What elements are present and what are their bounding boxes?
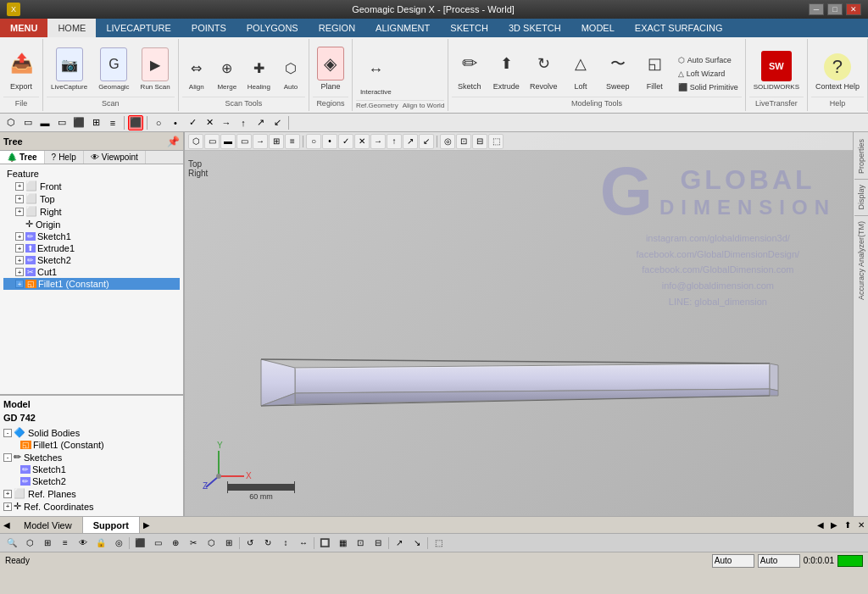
- maximize-button[interactable]: □: [827, 3, 843, 15]
- menu-tab-exact-surfacing[interactable]: EXACT SURFACING: [625, 19, 733, 37]
- btm-btn16[interactable]: ↕: [277, 536, 294, 551]
- vp-arr-btn[interactable]: →: [253, 134, 268, 149]
- model-fillet1[interactable]: ◱ Fillet1 (Constant): [3, 439, 180, 451]
- model-ref-planes[interactable]: + ⬜ Ref. Planes: [3, 487, 180, 500]
- tree-item-top[interactable]: + ⬜ Top: [3, 192, 180, 205]
- expand-solid-bodies[interactable]: -: [3, 429, 12, 437]
- model-solid-bodies[interactable]: - 🔷 Solid Bodies: [3, 426, 180, 439]
- menu-tab-home[interactable]: HOME: [47, 19, 96, 37]
- vp-arr4-btn[interactable]: ↗: [403, 134, 418, 149]
- expand-top[interactable]: +: [15, 195, 24, 203]
- tab-viewpoint[interactable]: 👁 Viewpoint: [84, 151, 146, 164]
- solidworks-button[interactable]: SW SOLIDWORKS: [749, 48, 804, 93]
- expand-sketch2[interactable]: +: [15, 256, 24, 264]
- auto-segment-button[interactable]: ⬡ Auto: [276, 52, 305, 93]
- align-between-button[interactable]: ⇔ Align: [182, 52, 211, 93]
- expand-extrude1[interactable]: +: [15, 244, 24, 253]
- cmd-rect3-btn[interactable]: ▭: [54, 115, 70, 130]
- fillet-button[interactable]: ◱ Fillet: [637, 44, 672, 93]
- expand-sketches[interactable]: -: [3, 453, 12, 462]
- menu-tab-sketch[interactable]: SKETCH: [440, 19, 498, 37]
- plane-button[interactable]: ◈ Plane: [313, 44, 348, 93]
- tree-item-front[interactable]: + ⬜ Front: [3, 180, 180, 192]
- btm-btn13[interactable]: ⊞: [220, 536, 237, 551]
- bottom-nav-right[interactable]: ▶: [140, 517, 153, 533]
- btm-btn23[interactable]: ↘: [409, 536, 426, 551]
- cmd-sq-btn[interactable]: ⬛: [71, 115, 86, 130]
- menu-tab-polygons[interactable]: POLYGONS: [236, 19, 309, 37]
- btm-btn14[interactable]: ↺: [242, 536, 259, 551]
- cmd-arrow2-btn[interactable]: ↑: [236, 115, 251, 130]
- extrude-button[interactable]: ⬆ Extrude: [489, 44, 524, 93]
- revolve-button[interactable]: ↻ Revolve: [526, 44, 561, 93]
- cmd-circle-btn[interactable]: ○: [151, 115, 166, 130]
- btm-btn19[interactable]: ▦: [334, 536, 351, 551]
- cmd-cross-btn[interactable]: ✕: [202, 115, 217, 130]
- menu-tab-points[interactable]: POINTS: [181, 19, 236, 37]
- btm-btn10[interactable]: ⊕: [167, 536, 184, 551]
- merge-button[interactable]: ⊕ Merge: [213, 52, 242, 93]
- btm-btn4[interactable]: ≡: [57, 536, 74, 551]
- expand-fillet1[interactable]: +: [15, 280, 24, 288]
- btm-btn1[interactable]: 🔍: [3, 536, 20, 551]
- tree-item-sketch1[interactable]: + ✏ Sketch1: [3, 230, 180, 242]
- menu-tab-livecapture[interactable]: LIVECAPTURE: [96, 19, 181, 37]
- close-button[interactable]: ✕: [846, 3, 861, 15]
- geomagic-capture-button[interactable]: G Geomagic: [94, 45, 133, 93]
- run-scan-button[interactable]: ▶ Run Scan: [136, 45, 175, 93]
- tab-help[interactable]: ? Help: [45, 151, 84, 164]
- tree-item-right[interactable]: + ⬜ Right: [3, 205, 180, 218]
- right-panel-display[interactable]: Display: [857, 181, 865, 214]
- vp-rect2-btn[interactable]: ▬: [220, 134, 236, 149]
- vp-btn8[interactable]: ◎: [440, 134, 455, 149]
- vp-circle-btn[interactable]: ○: [306, 134, 321, 149]
- vp-arr3-btn[interactable]: ↑: [387, 134, 402, 149]
- livecapture-button[interactable]: 📷 LiveCapture: [47, 45, 92, 93]
- cmd-rect-btn[interactable]: ▭: [20, 115, 36, 130]
- right-panel-properties[interactable]: Properties: [857, 136, 865, 177]
- interactive-align-button[interactable]: ↔ Interactive: [356, 50, 396, 98]
- cmd-arrow-btn[interactable]: →: [219, 115, 234, 130]
- btm-btn11[interactable]: ✂: [185, 536, 202, 551]
- menu-tab-region[interactable]: REGION: [309, 19, 365, 37]
- cmd-dot-btn[interactable]: •: [168, 115, 183, 130]
- healing-button[interactable]: ✚ Healing: [243, 52, 275, 93]
- loft-wizard-button[interactable]: △ Loft Wizard: [675, 68, 742, 80]
- cmd-check-btn[interactable]: ✓: [185, 115, 200, 130]
- btm-btn6[interactable]: 🔒: [92, 536, 109, 551]
- loft-button[interactable]: △ Loft: [564, 44, 598, 93]
- pin-button[interactable]: 📌: [167, 136, 180, 147]
- expand-ref-coords[interactable]: +: [3, 502, 12, 511]
- btm-btn15[interactable]: ↻: [259, 536, 276, 551]
- vp-dot-btn[interactable]: •: [322, 134, 337, 149]
- tree-item-origin[interactable]: ✛ Origin: [3, 218, 180, 230]
- btm-btn5[interactable]: 👁: [75, 536, 92, 551]
- btm-btn12[interactable]: ⬡: [203, 536, 220, 551]
- btm-btn3[interactable]: ⊞: [39, 536, 56, 551]
- tree-item-sketch2[interactable]: + ✏ Sketch2: [3, 254, 180, 266]
- model-sketch2[interactable]: ✏ Sketch2: [3, 475, 180, 487]
- cmd-rect2-btn[interactable]: ▬: [37, 115, 53, 130]
- cmd-highlight-btn[interactable]: ⬛: [128, 115, 143, 130]
- vp-arr2-btn[interactable]: →: [370, 134, 386, 149]
- export-button[interactable]: 📤 Export: [3, 44, 39, 93]
- tree-item-cut1[interactable]: + ✂ Cut1: [3, 266, 180, 278]
- bottom-collapse-left[interactable]: ◀: [814, 517, 827, 533]
- vp-arr5-btn[interactable]: ↙: [419, 134, 434, 149]
- vp-rect3-btn[interactable]: ▭: [236, 134, 252, 149]
- auto-surface-button[interactable]: ⬡ Auto Surface: [675, 54, 742, 66]
- expand-ref-planes[interactable]: +: [3, 490, 12, 498]
- solid-primitive-button[interactable]: ⬛ Solid Primitive: [675, 81, 742, 93]
- btm-btn17[interactable]: ↔: [295, 536, 312, 551]
- bottom-tab-support[interactable]: Support: [83, 517, 140, 533]
- expand-sketch1[interactable]: +: [15, 232, 24, 241]
- vp-rect-btn[interactable]: ▭: [204, 134, 220, 149]
- model-sketch1[interactable]: ✏ Sketch1: [3, 464, 180, 475]
- btm-btn21[interactable]: ⊟: [370, 536, 387, 551]
- context-help-button[interactable]: ? Context Help: [811, 51, 864, 93]
- sketch-button[interactable]: ✏ Sketch: [452, 44, 487, 93]
- bottom-max-btn[interactable]: ⬆: [841, 517, 854, 533]
- btm-btn22[interactable]: ↗: [391, 536, 408, 551]
- btm-btn2[interactable]: ⬡: [21, 536, 38, 551]
- status-auto2[interactable]: [758, 554, 800, 568]
